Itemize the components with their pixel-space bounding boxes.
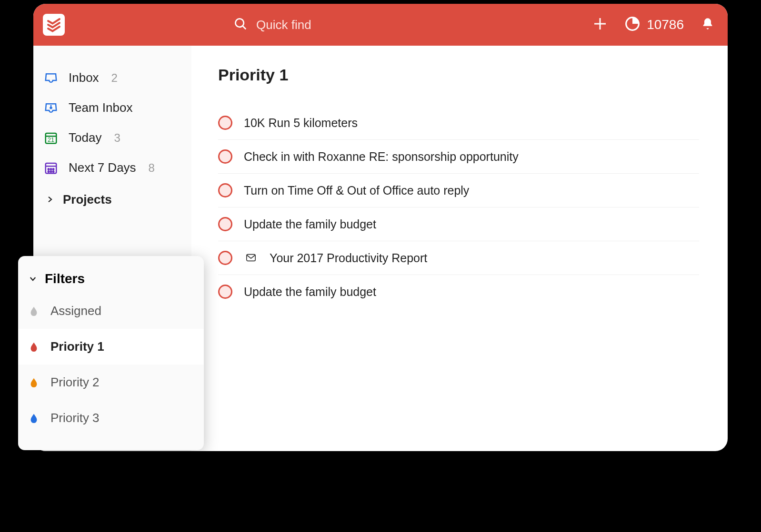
task-title: Turn on Time Off & Out of Office auto re… (244, 184, 469, 197)
app-window: Quick find 10786 (33, 4, 728, 451)
task-checkbox[interactable] (218, 251, 232, 265)
karma-icon (625, 16, 640, 33)
task-title: Update the family budget (244, 285, 376, 299)
task-row[interactable]: Check in with Roxanne RE: sponsorship op… (218, 140, 699, 174)
team-inbox-icon (44, 101, 58, 115)
filter-item-priority-1[interactable]: Priority 1 (18, 329, 204, 365)
filter-label: Priority 2 (50, 375, 100, 390)
filter-label: Priority 1 (50, 339, 104, 354)
search-area[interactable]: Quick find (233, 17, 592, 33)
sidebar-item-next-7-days[interactable]: Next 7 Days 8 (33, 153, 191, 183)
app-body: Inbox 2 Team Inbox 21 Today 3 Ne (33, 46, 728, 451)
header-actions: 10786 (592, 16, 714, 33)
svg-point-14 (50, 171, 52, 172)
chevron-down-icon (29, 271, 37, 286)
svg-line-1 (243, 26, 246, 30)
task-checkbox[interactable] (218, 217, 232, 231)
search-placeholder: Quick find (256, 18, 311, 32)
sidebar-item-today[interactable]: 21 Today 3 (33, 123, 191, 153)
drop-icon (29, 376, 39, 389)
task-title: Update the family budget (244, 217, 376, 231)
filter-label: Assigned (50, 304, 101, 318)
svg-point-12 (53, 168, 54, 170)
app-logo[interactable] (43, 14, 65, 36)
task-checkbox[interactable] (218, 183, 232, 197)
task-checkbox[interactable] (218, 285, 232, 299)
sidebar-section-projects[interactable]: Projects (33, 183, 191, 212)
search-icon (233, 17, 248, 33)
svg-point-10 (48, 168, 50, 170)
notifications-button[interactable] (701, 17, 714, 32)
task-row[interactable]: Update the family budget (218, 207, 699, 241)
task-row[interactable]: 10K Run 5 kilometers (218, 106, 699, 140)
task-list: 10K Run 5 kilometersCheck in with Roxann… (218, 106, 699, 308)
svg-point-11 (50, 168, 52, 170)
chevron-right-icon (46, 192, 54, 207)
task-row[interactable]: Turn on Time Off & Out of Office auto re… (218, 174, 699, 207)
section-label: Projects (63, 192, 112, 207)
svg-point-13 (48, 171, 50, 172)
filters-popover: Filters AssignedPriority 1Priority 2Prio… (18, 256, 204, 450)
todoist-logo-icon (46, 17, 61, 32)
svg-point-0 (235, 19, 244, 27)
mail-icon (244, 252, 258, 264)
inbox-icon (44, 71, 58, 85)
svg-rect-16 (247, 255, 255, 261)
sidebar-item-label: Today (69, 130, 101, 145)
drop-icon (29, 341, 39, 353)
karma-count: 10786 (647, 17, 684, 32)
sidebar-item-label: Team Inbox (69, 100, 132, 115)
filters-header[interactable]: Filters (18, 265, 204, 293)
filter-label: Priority 3 (50, 411, 100, 425)
task-row[interactable]: Update the family budget (218, 275, 699, 308)
sidebar-item-count: 2 (111, 71, 118, 85)
today-icon: 21 (44, 131, 58, 145)
filter-item-priority-2[interactable]: Priority 2 (18, 365, 204, 400)
sidebar-item-team-inbox[interactable]: Team Inbox (33, 93, 191, 123)
task-checkbox[interactable] (218, 149, 232, 164)
task-title: Check in with Roxanne RE: sponsorship op… (244, 150, 519, 164)
task-title: Your 2017 Productivity Report (270, 251, 427, 265)
svg-point-15 (53, 171, 54, 172)
header-bar: Quick find 10786 (33, 4, 728, 46)
sidebar-item-label: Next 7 Days (69, 160, 136, 175)
sidebar-item-count: 8 (149, 161, 155, 175)
task-checkbox[interactable] (218, 116, 232, 130)
calendar-icon (44, 161, 58, 175)
filters-title: Filters (45, 271, 85, 286)
sidebar-item-count: 3 (114, 131, 120, 145)
page-title: Priority 1 (218, 66, 699, 84)
add-task-button[interactable] (592, 16, 608, 33)
main-content: Priority 1 10K Run 5 kilometersCheck in … (191, 46, 728, 451)
svg-text:21: 21 (48, 136, 54, 143)
filter-item-assigned[interactable]: Assigned (18, 293, 204, 329)
sidebar-item-label: Inbox (69, 70, 99, 85)
drop-icon (29, 305, 39, 317)
task-row[interactable]: Your 2017 Productivity Report (218, 241, 699, 275)
sidebar-item-inbox[interactable]: Inbox 2 (33, 63, 191, 93)
karma-indicator[interactable]: 10786 (625, 16, 684, 33)
drop-icon (29, 412, 39, 424)
task-title: 10K Run 5 kilometers (244, 116, 358, 130)
filter-item-priority-3[interactable]: Priority 3 (18, 400, 204, 436)
